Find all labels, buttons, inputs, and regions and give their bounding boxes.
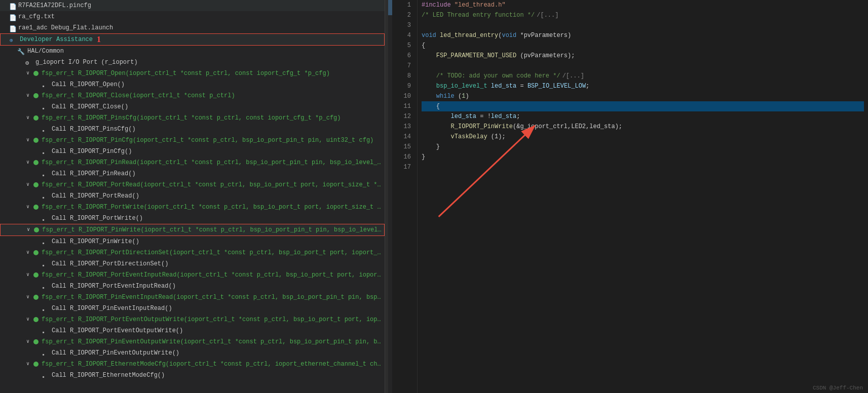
item-label: Developer Assistance — [20, 34, 93, 45]
code-line: { — [422, 101, 864, 111]
expand-arrow: ∨ — [26, 315, 33, 325]
line-number: 12 — [396, 111, 411, 122]
func-icon — [33, 205, 39, 210]
call-icon: ▪ — [42, 261, 49, 267]
func-icon — [34, 227, 39, 232]
tree-item-r_ioport_porteventoutput_fn[interactable]: ∨fsp_err_t R_IOPORT_PortEventOutputWrite… — [0, 314, 385, 325]
tree-item-r_ioport_pinscfg_call[interactable]: ▪Call R_IOPORT_PinsCfg() — [0, 124, 385, 135]
tree-item-r_ioport_porteventinput_fn[interactable]: ∨fsp_err_t R_IOPORT_PortEventInputRead(i… — [0, 269, 385, 281]
tree-item-launch[interactable]: 📄rae1_adc Debug_Flat.launch — [0, 22, 385, 33]
call-icon: ▪ — [42, 328, 49, 334]
expand-arrow: ∨ — [26, 270, 33, 280]
item-label: Call R_IOPORT_PinWrite() — [52, 237, 139, 247]
tree-item-r_ioport_pinread_call[interactable]: ▪Call R_IOPORT_PinRead() — [0, 168, 385, 179]
func-icon — [33, 160, 39, 165]
item-label: fsp_err_t R_IOPORT_PinWrite(ioport_ctrl_… — [42, 225, 382, 235]
func-icon — [33, 250, 39, 255]
tree-item-r_ioport_pinscfg_fn[interactable]: ∨fsp_err_t R_IOPORT_PinsCfg(ioport_ctrl_… — [0, 112, 385, 124]
tree-item-r_ioport_pineventinput_call[interactable]: ▪Call R_IOPORT_PinEventInputRead() — [0, 303, 385, 314]
item-label: fsp_err_t R_IOPORT_PortWrite(ioport_ctrl… — [42, 202, 383, 212]
tree-item-r_ioport_pincfg_fn[interactable]: ∨fsp_err_t R_IOPORT_PinCfg(ioport_ctrl_t… — [0, 135, 385, 146]
file-icon: 📄 — [9, 13, 16, 20]
tree-item-r_ioport_pincfg_call[interactable]: ▪Call R_IOPORT_PinCfg() — [0, 146, 385, 157]
line-number: 1 — [396, 0, 411, 10]
left-panel: 📄R7FA2E1A72DFL.pincfg📄ra_cfg.txt📄rae1_ad… — [0, 0, 385, 393]
tree-item-r_ioport_ethernetmodecfg_fn[interactable]: ∨fsp_err_t R_IOPORT_EthernetModeCfg(iopo… — [0, 359, 385, 370]
tree-item-r_ioport_close_call[interactable]: ▪Call R_IOPORT_Close() — [0, 101, 385, 112]
tree-item-r7fa[interactable]: 📄R7FA2E1A72DFL.pincfg — [0, 0, 385, 11]
item-label: fsp_err_t R_IOPORT_PinEventOutputWrite(i… — [42, 337, 383, 347]
item-label: Call R_IOPORT_PortWrite() — [52, 213, 143, 223]
tree-item-r_ioport_open_call[interactable]: ▪Call R_IOPORT_Open() — [0, 79, 385, 90]
item-label: fsp_err_t R_IOPORT_PinEventInputRead(iop… — [42, 292, 383, 302]
line-number: 2 — [396, 10, 411, 20]
item-label: fsp_err_t R_IOPORT_PortEventOutputWrite(… — [42, 315, 383, 325]
tree-item-r_ioport_portdirset_call[interactable]: ▪Call R_IOPORT_PortDirectionSet() — [0, 258, 385, 269]
line-number: 14 — [396, 132, 411, 142]
code-content[interactable]: #include "led_thread.h"/* LED Thread ent… — [418, 0, 868, 393]
func-icon — [33, 272, 39, 278]
func-icon — [33, 71, 39, 76]
fold-indicator: /[...] — [537, 12, 558, 19]
expand-arrow: ∨ — [26, 359, 33, 369]
call-icon: ▪ — [42, 283, 49, 289]
tree-item-r_ioport_open_fn[interactable]: ∨fsp_err_t R_IOPORT_Open(ioport_ctrl_t *… — [0, 68, 385, 79]
expand-arrow: ∨ — [26, 337, 33, 347]
dev-assist-icon: ⊕ — [10, 35, 18, 44]
code-line — [422, 20, 864, 30]
tree-item-r_ioport_pineventinput_fn[interactable]: ∨fsp_err_t R_IOPORT_PinEventInputRead(io… — [0, 292, 385, 303]
call-icon: ▪ — [42, 148, 49, 154]
tree-item-r_ioport_portread_call[interactable]: ▪Call R_IOPORT_PortRead() — [0, 190, 385, 202]
item-label: Call R_IOPORT_PortEventInputRead() — [52, 281, 176, 291]
expand-arrow: ∨ — [26, 292, 33, 302]
tree-item-r_ioport_ethernetmodecfg_call[interactable]: ▪Call R_IOPORT_EthernetModeCfg() — [0, 370, 385, 381]
expand-arrow: ∨ — [26, 202, 33, 212]
func-icon — [33, 295, 39, 300]
func-icon — [33, 138, 39, 143]
expand-arrow: ∨ — [26, 135, 33, 145]
func-icon — [33, 93, 39, 98]
item-label: Call R_IOPORT_PortRead() — [52, 191, 139, 201]
file-icon: 📄 — [9, 2, 16, 9]
code-area[interactable]: 1234567891011121314151617 #include "led_… — [388, 0, 868, 393]
expand-arrow: ∨ — [26, 158, 33, 168]
item-label: fsp_err_t R_IOPORT_Open(ioport_ctrl_t *c… — [42, 68, 330, 78]
item-label: HAL/Common — [27, 46, 64, 56]
line-number: 13 — [396, 122, 411, 132]
tree-container[interactable]: 📄R7FA2E1A72DFL.pincfg📄ra_cfg.txt📄rae1_ad… — [0, 0, 385, 393]
line-numbers: 1234567891011121314151617 — [392, 0, 418, 393]
item-label: Call R_IOPORT_Close() — [52, 102, 128, 112]
call-icon: ▪ — [42, 305, 49, 311]
tree-item-r_ioport_pinread_fn[interactable]: ∨fsp_err_t R_IOPORT_PinRead(ioport_ctrl_… — [0, 157, 385, 168]
tree-item-hal_common[interactable]: 🔧HAL/Common — [0, 46, 385, 57]
line-number: 17 — [396, 162, 411, 172]
line-number: 6 — [396, 51, 411, 61]
tree-item-r_ioport_pinwrite_call[interactable]: ▪Call R_IOPORT_PinWrite() — [0, 236, 385, 247]
tree-item-r_ioport_portdirset_fn[interactable]: ∨fsp_err_t R_IOPORT_PortDirectionSet(iop… — [0, 247, 385, 258]
tree-item-r_ioport_pineventoutput_call[interactable]: ▪Call R_IOPORT_PinEventOutputWrite() — [0, 347, 385, 359]
item-label: fsp_err_t R_IOPORT_PinCfg(ioport_ctrl_t … — [42, 135, 373, 145]
line-number: 11 — [396, 101, 411, 111]
code-line: FSP_PARAMETER_NOT_USED (pvParameters); — [422, 51, 864, 61]
tree-item-r_ioport_close_fn[interactable]: ∨fsp_err_t R_IOPORT_Close(ioport_ctrl_t … — [0, 90, 385, 101]
item-label: fsp_err_t R_IOPORT_PinsCfg(ioport_ctrl_t… — [42, 113, 341, 123]
code-line: /* TODO: add your own code here *//[...] — [422, 71, 864, 81]
tree-item-g_ioport[interactable]: ⚙g_ioport I/O Port (r_ioport) — [0, 57, 385, 68]
item-label: Call R_IOPORT_PinEventInputRead() — [52, 303, 172, 313]
code-line: /* LED Thread entry function *//[...] — [422, 10, 864, 20]
tree-item-ra_cfg[interactable]: 📄ra_cfg.txt — [0, 11, 385, 22]
call-icon: ▪ — [42, 193, 49, 199]
item-label: fsp_err_t R_IOPORT_EthernetModeCfg(iopor… — [42, 359, 383, 369]
tree-item-r_ioport_porteventoutput_call[interactable]: ▪Call R_IOPORT_PortEventOutputWrite() — [0, 325, 385, 336]
line-number: 4 — [396, 30, 411, 41]
tree-item-r_ioport_pinwrite_fn[interactable]: ∨fsp_err_t R_IOPORT_PinWrite(ioport_ctrl… — [0, 224, 385, 236]
item-label: Call R_IOPORT_PortDirectionSet() — [52, 259, 168, 269]
tree-item-r_ioport_pineventoutput_fn[interactable]: ∨fsp_err_t R_IOPORT_PinEventOutputWrite(… — [0, 336, 385, 347]
tree-item-r_ioport_portwrite_fn[interactable]: ∨fsp_err_t R_IOPORT_PortWrite(ioport_ctr… — [0, 202, 385, 213]
tree-item-r_ioport_portread_fn[interactable]: ∨fsp_err_t R_IOPORT_PortRead(ioport_ctrl… — [0, 179, 385, 190]
expand-arrow: ∨ — [26, 91, 33, 101]
tree-item-r_ioport_porteventinput_call[interactable]: ▪Call R_IOPORT_PortEventInputRead() — [0, 281, 385, 292]
call-icon: ▪ — [42, 372, 49, 378]
tree-item-dev_assist[interactable]: ⊕Developer Assistance1 — [0, 33, 385, 46]
tree-item-r_ioport_portwrite_call[interactable]: ▪Call R_IOPORT_PortWrite() — [0, 213, 385, 224]
